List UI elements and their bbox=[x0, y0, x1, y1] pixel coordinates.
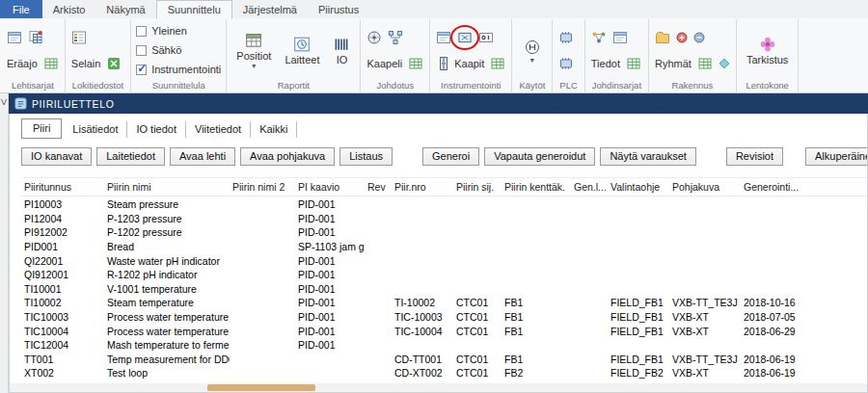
table-row[interactable]: PI912002P-1202 pressurePID-001 bbox=[21, 225, 867, 240]
column-header[interactable]: Piirin nimi 2 bbox=[230, 181, 295, 193]
batch-files-button[interactable] bbox=[27, 29, 44, 46]
table-cell: PID-001 bbox=[295, 297, 365, 308]
column-header[interactable]: Piirin nimi bbox=[104, 181, 230, 193]
button-vapauta-generoidut[interactable]: Vapauta generoidut bbox=[484, 147, 595, 166]
button-alkuperainen-suodatin[interactable]: Alkuperäinen suodatin bbox=[805, 147, 868, 166]
sheet-form-button[interactable] bbox=[6, 29, 23, 46]
tab-arkisto[interactable]: Arkisto bbox=[42, 0, 96, 18]
button-nayta-varaukset[interactable]: Näytä varaukset bbox=[600, 147, 695, 166]
button-avaa-pohjakuva[interactable]: Avaa pohjakuva bbox=[240, 147, 335, 166]
checkbox-label-instrumentointi: Instrumentointi bbox=[151, 64, 221, 75]
positiot-button[interactable]: Positiot ▾ bbox=[231, 31, 276, 70]
table-row[interactable]: PID001BreadSP-1103 jam guard bbox=[21, 240, 867, 254]
tab-jarjestelma[interactable]: Järjestelmä bbox=[232, 0, 308, 18]
plc-io-button[interactable] bbox=[557, 55, 575, 72]
table-cell: 2018-10-16 bbox=[741, 297, 864, 308]
view-tab-viitetiedot[interactable]: Viitetiedot bbox=[186, 121, 251, 138]
ryhmat-button[interactable]: Ryhmät bbox=[654, 57, 692, 70]
add-button[interactable] bbox=[675, 31, 689, 44]
plc-module-button[interactable] bbox=[557, 29, 575, 46]
diamond-icon bbox=[719, 58, 730, 69]
binary-signal-button[interactable] bbox=[477, 29, 495, 46]
column-header[interactable]: Generointi... bbox=[741, 181, 864, 193]
column-header[interactable]: Pohjakuva bbox=[669, 181, 741, 193]
tab-suunnittelu[interactable]: Suunnittelu bbox=[156, 0, 232, 19]
table-row[interactable]: TIC12004Mash temperature to fermentation… bbox=[21, 338, 867, 353]
laitteet-button[interactable]: Laitteet bbox=[280, 35, 324, 66]
selain-button[interactable]: Selain bbox=[70, 57, 102, 70]
wiring-net-button[interactable] bbox=[387, 29, 404, 46]
eraajo-button[interactable]: Eräajo bbox=[6, 57, 39, 70]
table-row[interactable]: XT002Test loopCD-XT002CTC01FB2FIELD_FB2V… bbox=[21, 366, 867, 380]
io-button[interactable]: IO bbox=[328, 35, 355, 66]
tiedot-button[interactable]: Tiedot bbox=[590, 57, 621, 70]
button-listaus[interactable]: Listaus bbox=[339, 147, 393, 166]
table-row[interactable]: TI10001V-1001 temperaturePID-001 bbox=[21, 282, 867, 297]
view-tab-kaikki[interactable]: Kaikki bbox=[251, 121, 297, 138]
button-revisiot[interactable]: Revisiot bbox=[726, 147, 783, 166]
horizontal-scrollbar[interactable] bbox=[10, 383, 867, 392]
tab-nakyma[interactable]: Näkymä bbox=[95, 0, 155, 18]
table-row[interactable]: PI10003Steam pressurePID-001 bbox=[21, 197, 867, 212]
column-header[interactable]: Valintaohje bbox=[608, 181, 669, 193]
harness-link-button[interactable] bbox=[590, 29, 608, 46]
table-row[interactable]: TIC10003Process water temperaturePID-001… bbox=[21, 310, 867, 325]
list-icon bbox=[71, 30, 87, 45]
group-diamond-button[interactable] bbox=[718, 57, 731, 70]
column-header[interactable]: Piiritunnus bbox=[21, 181, 104, 193]
ribbon-tab-strip: File Arkisto Näkymä Suunnittelu Järjeste… bbox=[0, 0, 868, 18]
button-avaa-lehti[interactable]: Avaa lehti bbox=[170, 147, 235, 166]
table-row[interactable]: QI22001Waste water pH indicatorPID-001 bbox=[21, 253, 867, 268]
instrument-grid-button[interactable] bbox=[489, 55, 506, 72]
view-tab-lisatiedot[interactable]: Lisätiedot bbox=[64, 121, 127, 138]
tab-piirustus[interactable]: Piirustus bbox=[308, 0, 369, 18]
button-generoi[interactable]: Generoi bbox=[422, 147, 479, 166]
cable-drum-button[interactable] bbox=[366, 29, 383, 46]
kaytot-button[interactable]: ▾ bbox=[519, 38, 546, 65]
table-cell: CTC01 bbox=[453, 297, 502, 308]
column-header[interactable]: Piir.nro bbox=[392, 181, 453, 193]
table-row[interactable]: TI10002Steam temperaturePID-001TI-10002C… bbox=[21, 296, 867, 310]
button-laitetiedot[interactable]: Laitetiedot bbox=[96, 147, 165, 166]
harness-form-button[interactable] bbox=[611, 29, 629, 46]
cable-grid-button[interactable] bbox=[407, 55, 424, 72]
checkbox-sahko[interactable]: Sähkö bbox=[136, 43, 221, 57]
table-cell: PID-001 bbox=[295, 326, 365, 337]
view-tab-strip: Piiri Lisätiedot IO tiedot Viitetiedot K… bbox=[21, 118, 867, 138]
table-row[interactable]: TIC10004Process water temperaturePID-001… bbox=[21, 324, 867, 338]
view-tab-io-tiedot[interactable]: IO tiedot bbox=[127, 121, 186, 138]
column-header[interactable]: Piirin kenttäk. bbox=[502, 181, 571, 193]
tab-file[interactable]: File bbox=[0, 0, 42, 18]
column-header[interactable]: PI kaavio bbox=[295, 181, 365, 193]
checkbox-instrumentointi[interactable]: ✓ Instrumentointi bbox=[136, 63, 221, 76]
check-icon: ✓ bbox=[137, 62, 147, 75]
kaapeli-button[interactable]: Kaapeli bbox=[366, 57, 403, 70]
scrollbar-thumb[interactable] bbox=[207, 384, 315, 391]
table-cell: FB1 bbox=[502, 311, 571, 323]
collapsed-panel-tab[interactable]: V bbox=[0, 93, 9, 393]
view-tab-piiri[interactable]: Piiri bbox=[21, 118, 62, 139]
ribbon-group-instrumentointi: Kaapit Instrumentointi bbox=[430, 19, 512, 93]
xml-export-button[interactable] bbox=[105, 55, 122, 72]
remove-button[interactable] bbox=[692, 31, 706, 44]
table-row[interactable]: PI12004P-1203 pressurePID-001 bbox=[21, 212, 867, 226]
instrument-display-button[interactable] bbox=[456, 29, 474, 46]
sheet-grid-button[interactable] bbox=[42, 55, 60, 72]
batch-icon bbox=[28, 30, 43, 45]
instrument-form-button[interactable] bbox=[435, 29, 452, 46]
tarkistus-button[interactable]: Tarkistus bbox=[742, 35, 793, 66]
table-row[interactable]: QI912001R-1202 pH indicatorPID-001N bbox=[21, 268, 867, 282]
log-list-button[interactable] bbox=[70, 29, 88, 46]
building-folder-button[interactable] bbox=[654, 29, 671, 46]
column-header[interactable]: Rev bbox=[365, 181, 392, 193]
form-icon bbox=[7, 30, 22, 45]
kaapit-button[interactable]: Kaapit bbox=[435, 55, 485, 72]
column-header[interactable]: Piirin sij. bbox=[453, 181, 502, 193]
checkbox-yleinen[interactable]: Yleinen bbox=[136, 24, 221, 38]
group-grid-button[interactable] bbox=[696, 55, 714, 72]
column-header[interactable]: Gen.l... bbox=[571, 181, 608, 193]
table-row[interactable]: TT001Temp measurement for DD002CD-TT001C… bbox=[21, 353, 867, 367]
tiedot-grid-button[interactable] bbox=[625, 55, 642, 72]
button-io-kanavat[interactable]: IO kanavat bbox=[21, 147, 92, 166]
ribbon-group-johdotus: Kaapeli Johdotus bbox=[361, 19, 430, 93]
